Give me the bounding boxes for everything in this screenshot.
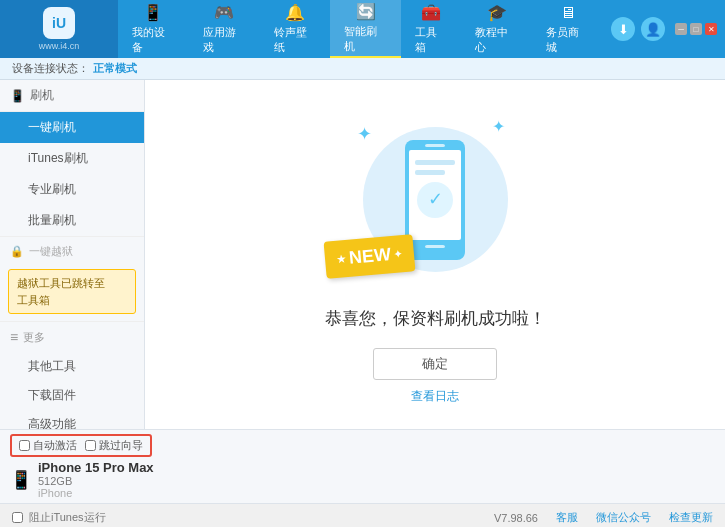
- device-storage: 512GB: [38, 475, 154, 487]
- logo-icon: iU: [43, 7, 75, 39]
- success-illustration: ✦ ✦ ✓ ★ NEW ✦: [335, 105, 535, 295]
- nav-item-my-device[interactable]: 📱 我的设备: [118, 0, 189, 58]
- sidebar-more-header: ≡ 更多: [0, 321, 144, 352]
- sparkle-left-icon: ✦: [357, 123, 372, 145]
- device-options-row: 自动激活 跳过向导: [10, 434, 715, 457]
- sidebar-item-one-key-flash[interactable]: 一键刷机: [0, 112, 144, 143]
- batch-flash-label: 批量刷机: [28, 213, 76, 227]
- bottom-bar: 阻止iTunes运行 V7.98.66 客服 微信公众号 检查更新: [0, 503, 725, 527]
- sidebar-item-itunes-flash[interactable]: iTunes刷机: [0, 143, 144, 174]
- status-value: 正常模式: [93, 61, 137, 76]
- other-tools-label: 其他工具: [28, 359, 76, 373]
- content-area: ✦ ✦ ✓ ★ NEW ✦: [145, 80, 725, 429]
- itunes-flash-label: iTunes刷机: [28, 151, 88, 165]
- sidebar-item-advanced[interactable]: 高级功能: [0, 410, 144, 429]
- smart-flash-icon: 🔄: [356, 2, 376, 21]
- diamond-right-icon: ✦: [393, 248, 402, 260]
- more-label: 更多: [23, 330, 45, 345]
- version-label: V7.98.66: [494, 512, 538, 524]
- nav-item-service[interactable]: 🖥 务员商城: [532, 0, 603, 58]
- win-close-button[interactable]: ✕: [705, 23, 717, 35]
- flash-section-label: 刷机: [30, 87, 54, 104]
- device-options-container: 自动激活 跳过向导: [10, 434, 152, 457]
- bottom-right: V7.98.66 客服 微信公众号 检查更新: [494, 510, 713, 525]
- desktop-link[interactable]: 客服: [556, 510, 578, 525]
- ringtones-label: 铃声壁纸: [274, 25, 317, 55]
- tutorial-icon: 🎓: [487, 3, 507, 22]
- toolbox-icon: 🧰: [421, 3, 441, 22]
- notice-text: 越狱工具已跳转至工具箱: [17, 277, 105, 306]
- star-left-icon: ★: [337, 253, 347, 265]
- device-info-row: 📱 iPhone 15 Pro Max 512GB iPhone: [10, 460, 715, 499]
- sparkle-right-icon: ✦: [492, 117, 505, 136]
- sidebar-item-other-tools[interactable]: 其他工具: [0, 352, 144, 381]
- apps-games-label: 应用游戏: [203, 25, 246, 55]
- device-name: iPhone 15 Pro Max: [38, 460, 154, 475]
- status-bar: 设备连接状态： 正常模式: [0, 58, 725, 80]
- win-controls-area: ─ □ ✕: [675, 23, 717, 35]
- nav-item-toolbox[interactable]: 🧰 工具箱: [401, 0, 461, 58]
- lock-icon: 🔒: [10, 245, 24, 258]
- sidebar-item-download-firmware[interactable]: 下载固件: [0, 381, 144, 410]
- download-firmware-label: 下载固件: [28, 388, 76, 402]
- bottom-left: 阻止iTunes运行: [12, 510, 106, 525]
- header: iU www.i4.cn 📱 我的设备 🎮 应用游戏 🔔 铃声壁纸 🔄 智能刷机…: [0, 0, 725, 58]
- auto-guided-label: 跳过向导: [99, 438, 143, 453]
- auto-guided-checkbox[interactable]: [85, 440, 96, 451]
- log-link[interactable]: 查看日志: [411, 388, 459, 405]
- auto-activate-label: 自动激活: [33, 438, 77, 453]
- auto-activate-checkbox-label[interactable]: 自动激活: [19, 438, 77, 453]
- stop-itunes-label: 阻止iTunes运行: [29, 510, 106, 525]
- new-badge-text: NEW: [348, 244, 392, 269]
- nav-bar: 📱 我的设备 🎮 应用游戏 🔔 铃声壁纸 🔄 智能刷机 🧰 工具箱 🎓 教程中心…: [118, 0, 603, 58]
- svg-text:✓: ✓: [428, 189, 443, 209]
- svg-rect-2: [425, 245, 445, 248]
- win-min-button[interactable]: ─: [675, 23, 687, 35]
- svg-rect-5: [415, 170, 445, 175]
- sidebar-section-flash: 📱 刷机: [0, 80, 144, 112]
- sidebar: 📱 刷机 一键刷机 iTunes刷机 专业刷机 批量刷机 🔒 一键越狱 越狱工具…: [0, 80, 145, 429]
- pro-flash-label: 专业刷机: [28, 182, 76, 196]
- nav-item-apps-games[interactable]: 🎮 应用游戏: [189, 0, 260, 58]
- ringtones-icon: 🔔: [285, 3, 305, 22]
- device-type: iPhone: [38, 487, 154, 499]
- user-button[interactable]: 👤: [641, 17, 665, 41]
- sidebar-disabled-jailbreak: 🔒 一键越狱: [0, 236, 144, 266]
- smart-flash-label: 智能刷机: [344, 24, 387, 54]
- nav-item-smart-flash[interactable]: 🔄 智能刷机: [330, 0, 401, 58]
- device-panel: 自动激活 跳过向导 📱 iPhone 15 Pro Max 512GB iPho…: [0, 429, 725, 503]
- more-icon: ≡: [10, 329, 18, 345]
- my-device-icon: 📱: [143, 3, 163, 22]
- tutorial-label: 教程中心: [475, 25, 518, 55]
- sidebar-item-batch-flash[interactable]: 批量刷机: [0, 205, 144, 236]
- check-update-link[interactable]: 检查更新: [669, 510, 713, 525]
- svg-rect-4: [415, 160, 455, 165]
- logo-area: iU www.i4.cn: [0, 0, 118, 58]
- main-area: 📱 刷机 一键刷机 iTunes刷机 专业刷机 批量刷机 🔒 一键越狱 越狱工具…: [0, 80, 725, 429]
- one-key-flash-label: 一键刷机: [28, 120, 76, 134]
- service-label: 务员商城: [546, 25, 589, 55]
- stop-itunes-checkbox[interactable]: [12, 512, 23, 523]
- win-max-button[interactable]: □: [690, 23, 702, 35]
- disabled-label: 一键越狱: [29, 244, 73, 259]
- device-details: iPhone 15 Pro Max 512GB iPhone: [38, 460, 154, 499]
- auto-guided-checkbox-label[interactable]: 跳过向导: [85, 438, 143, 453]
- nav-item-ringtones[interactable]: 🔔 铃声壁纸: [260, 0, 331, 58]
- nav-item-tutorial[interactable]: 🎓 教程中心: [461, 0, 532, 58]
- confirm-button[interactable]: 确定: [373, 348, 497, 380]
- device-phone-icon: 📱: [10, 469, 32, 491]
- service-icon: 🖥: [560, 4, 576, 22]
- wechat-link[interactable]: 微信公众号: [596, 510, 651, 525]
- svg-rect-3: [425, 144, 445, 147]
- auto-activate-checkbox[interactable]: [19, 440, 30, 451]
- toolbox-label: 工具箱: [415, 25, 447, 55]
- logo-text: www.i4.cn: [39, 41, 80, 51]
- download-button[interactable]: ⬇: [611, 17, 635, 41]
- flash-section-icon: 📱: [10, 89, 25, 103]
- apps-games-icon: 🎮: [214, 3, 234, 22]
- top-right-controls: ⬇ 👤 ─ □ ✕: [603, 17, 725, 41]
- new-badge: ★ NEW ✦: [324, 234, 416, 279]
- sidebar-item-pro-flash[interactable]: 专业刷机: [0, 174, 144, 205]
- my-device-label: 我的设备: [132, 25, 175, 55]
- sidebar-notice-box: 越狱工具已跳转至工具箱: [8, 269, 136, 314]
